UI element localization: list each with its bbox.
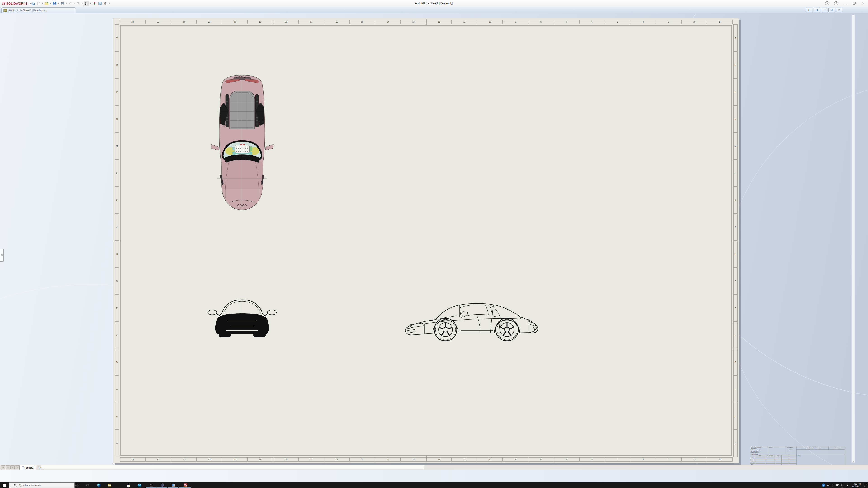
side-view[interactable] bbox=[403, 294, 543, 344]
open-caret-icon[interactable]: ▼ bbox=[50, 3, 52, 4]
properties-icon[interactable] bbox=[97, 1, 102, 6]
last-sheet-button[interactable]: ▶| bbox=[15, 465, 20, 469]
zone-label: 4 bbox=[630, 20, 655, 24]
open-icon[interactable] bbox=[44, 1, 49, 6]
featuremanager-flyout-tab[interactable] bbox=[0, 249, 4, 262]
battery-icon[interactable] bbox=[836, 484, 839, 486]
restore-button[interactable] bbox=[851, 1, 858, 6]
select-caret-icon[interactable]: ▼ bbox=[90, 3, 92, 4]
doc-minimize-button[interactable]: — bbox=[821, 8, 827, 12]
doc-close-button[interactable]: ✕ bbox=[836, 8, 842, 12]
zone-label: M bbox=[115, 132, 119, 160]
solidworks-logo[interactable]: 3S SOLIDWORKS ▶ bbox=[2, 1, 31, 6]
login-icon[interactable] bbox=[824, 1, 831, 6]
zone-label: L bbox=[115, 159, 119, 186]
task-view-icon[interactable] bbox=[85, 482, 90, 488]
zone-label: 13 bbox=[400, 457, 426, 461]
zone-label: 2 bbox=[681, 20, 707, 24]
zone-label: 16 bbox=[324, 457, 349, 461]
system-tray: ? ^ 4:03 PM 2/17/2021 bbox=[822, 482, 868, 488]
first-sheet-button[interactable]: |◀ bbox=[1, 465, 5, 469]
new-caret-icon[interactable]: ▼ bbox=[41, 3, 43, 4]
zone-label: 4 bbox=[630, 457, 655, 461]
save-icon[interactable] bbox=[52, 1, 57, 6]
top-view[interactable] bbox=[208, 72, 276, 213]
svg-text:C:\: C:\ bbox=[150, 484, 152, 486]
approvals-cell bbox=[755, 461, 765, 463]
zone-label: T bbox=[734, 25, 737, 51]
zone-label: 17 bbox=[298, 20, 324, 24]
doc-restore-button[interactable]: ❐ bbox=[829, 8, 835, 12]
approvals-cell bbox=[765, 461, 775, 463]
document-tab-label: Audi R8 S - Sheet1 [Read-only] bbox=[8, 9, 46, 12]
help-icon[interactable]: ? bbox=[833, 1, 839, 6]
approvals-cell: APPV'D bbox=[750, 461, 755, 463]
front-wheel bbox=[434, 318, 457, 341]
prev-sheet-button[interactable]: ◀ bbox=[6, 465, 10, 469]
zone-label: 8 bbox=[528, 20, 554, 24]
volume-muted-icon[interactable] bbox=[846, 484, 850, 487]
zone-label: 22 bbox=[170, 457, 196, 461]
edge-icon[interactable] bbox=[96, 482, 101, 488]
new-document-icon[interactable] bbox=[36, 1, 41, 6]
print-caret-icon[interactable]: ▼ bbox=[65, 3, 67, 4]
zone-label: H bbox=[734, 240, 737, 267]
zone-label: 5 bbox=[604, 20, 630, 24]
zone-label: 19 bbox=[247, 457, 273, 461]
next-sheet-button[interactable]: ▶ bbox=[10, 465, 15, 469]
start-button[interactable] bbox=[1, 482, 8, 488]
center-mark bbox=[732, 240, 739, 241]
ms-store-icon[interactable] bbox=[126, 482, 131, 488]
pane-left-button[interactable]: ◧ bbox=[806, 8, 812, 12]
minimize-button[interactable]: — bbox=[842, 1, 848, 6]
graphics-area[interactable]: 242322212019181716151413121110987654321 … bbox=[0, 13, 868, 464]
display-states-icon[interactable] bbox=[92, 1, 97, 6]
tray-expand-icon[interactable]: ^ bbox=[827, 484, 829, 487]
undo-icon[interactable]: ↶ bbox=[68, 1, 73, 6]
front-view[interactable] bbox=[206, 292, 278, 341]
pane-right-button[interactable]: ◨ bbox=[813, 8, 820, 12]
zone-label: 17 bbox=[298, 457, 324, 461]
select-tool-button[interactable] bbox=[84, 1, 89, 6]
zone-label: H bbox=[115, 240, 119, 267]
approvals-cell: DRAWN bbox=[750, 457, 755, 459]
approvals-cell bbox=[781, 455, 789, 457]
help-bubble-icon[interactable]: ? bbox=[822, 484, 825, 487]
onedrive-icon[interactable] bbox=[831, 484, 834, 487]
scroll-down-icon[interactable]: ⌄ bbox=[852, 460, 855, 462]
zone-label: 7 bbox=[554, 457, 579, 461]
file-explorer-icon[interactable] bbox=[107, 482, 112, 488]
redo-caret-icon[interactable]: ▼ bbox=[81, 3, 83, 4]
mail-icon[interactable] bbox=[136, 482, 142, 488]
zone-label: 10 bbox=[477, 457, 502, 461]
approvals-cell: SIGNATURE bbox=[765, 455, 775, 457]
sheet-tab-bar: |◀ ◀ ▶ ▶| Sheet1 bbox=[0, 464, 868, 470]
sheet-tab-active[interactable]: Sheet1 bbox=[20, 465, 36, 470]
zone-label: 18 bbox=[273, 20, 298, 24]
print-icon[interactable] bbox=[60, 1, 65, 6]
horizontal-scrollbar-thumb[interactable] bbox=[41, 465, 424, 469]
zone-label: F bbox=[115, 294, 119, 322]
cortana-icon[interactable] bbox=[74, 482, 80, 488]
network-icon[interactable] bbox=[841, 484, 844, 487]
document-tab[interactable]: Audi R8 S - Sheet1 [Read-only] bbox=[1, 7, 76, 13]
approvals-cell: DATE bbox=[775, 455, 781, 457]
search-input[interactable] bbox=[19, 484, 71, 487]
options-gear-icon[interactable]: ⚙ bbox=[103, 1, 108, 6]
taskbar-clock[interactable]: 4:03 PM 2/17/2021 bbox=[852, 483, 861, 488]
action-center-icon[interactable] bbox=[864, 484, 867, 487]
undo-caret-icon[interactable]: ▼ bbox=[73, 3, 75, 4]
options-caret-icon[interactable]: ▼ bbox=[108, 3, 110, 4]
close-button[interactable]: ✕ bbox=[860, 1, 867, 6]
redo-icon[interactable]: ↷ bbox=[76, 1, 81, 6]
zone-label: C bbox=[734, 376, 737, 402]
zone-label: D bbox=[734, 349, 737, 376]
taskbar-search[interactable] bbox=[9, 482, 74, 488]
home-icon[interactable] bbox=[31, 1, 36, 6]
zone-label: A bbox=[734, 429, 737, 457]
vertical-scrollbar[interactable]: ⌃ ⌄ bbox=[851, 15, 855, 463]
drawing-doc-icon bbox=[3, 9, 7, 12]
drawing-sheet[interactable]: 242322212019181716151413121110987654321 … bbox=[113, 18, 739, 463]
save-caret-icon[interactable]: ▼ bbox=[57, 3, 59, 4]
scroll-up-icon[interactable]: ⌃ bbox=[852, 15, 855, 18]
